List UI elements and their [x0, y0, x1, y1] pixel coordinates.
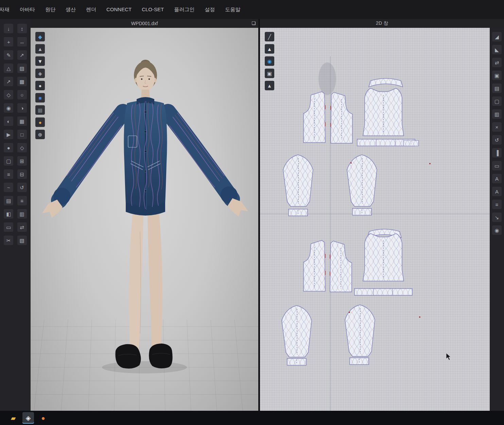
menu-item-avatar[interactable]: 아바타: [15, 0, 40, 19]
pattern-piece-front-left-top[interactable]: [303, 92, 325, 143]
rows-tool-icon[interactable]: ▥: [17, 209, 27, 219]
pattern-piece-back-bottom[interactable]: [363, 234, 404, 281]
transform-tool-icon[interactable]: +: [4, 37, 13, 47]
menu-item-closet[interactable]: CLO-SET: [137, 0, 169, 19]
pattern-piece-cuff-left-bottom[interactable]: [287, 358, 306, 365]
pattern-3d-icon[interactable]: ◧: [4, 209, 13, 219]
puckering-tool-icon[interactable]: ▤: [4, 196, 13, 205]
window3d-titlebar[interactable]: WPD001.dxf: [31, 19, 258, 28]
avatar-add-icon[interactable]: ◉: [492, 225, 502, 235]
grid-tool-icon[interactable]: ▦: [17, 116, 27, 126]
pattern-2d-canvas[interactable]: [260, 28, 490, 411]
pattern-piece-sleeve-left-bottom[interactable]: [282, 306, 312, 357]
pattern-piece-collar-top[interactable]: [369, 78, 403, 87]
pattern-piece-cuff-right-bottom[interactable]: [350, 358, 369, 365]
free-sew-icon[interactable]: ◇: [4, 90, 13, 99]
lock-garment-icon[interactable]: ▲: [265, 81, 274, 90]
arrow-move-icon[interactable]: ↔: [17, 37, 27, 47]
menu-item-fabric[interactable]: 원단: [40, 0, 60, 19]
topstitch-tool-icon[interactable]: ~: [4, 183, 13, 192]
scissors-tool-icon[interactable]: ✂: [4, 236, 13, 245]
avatar-editor-icon[interactable]: ●: [35, 117, 45, 127]
menu-item-production[interactable]: 생산: [60, 0, 81, 19]
text-large-icon[interactable]: A: [492, 174, 502, 183]
menu-item-plugin[interactable]: 플러그인: [169, 0, 199, 19]
diamond-tool-icon[interactable]: ◇: [17, 143, 27, 152]
button-tool-icon[interactable]: ●: [4, 143, 13, 152]
pattern-hatch-icon[interactable]: ▨: [17, 63, 27, 73]
menu-item-settings[interactable]: 설정: [199, 0, 220, 19]
show-shirt-icon[interactable]: ▼: [35, 56, 45, 66]
rotate-ccw-icon[interactable]: ↺: [492, 135, 502, 145]
window2d-titlebar[interactable]: 2D 창: [260, 19, 504, 28]
pattern-piece-back-top[interactable]: [363, 88, 404, 136]
show-avatar-icon[interactable]: ●: [35, 81, 45, 90]
pattern-piece-hem-band-bottom[interactable]: [354, 289, 412, 295]
world-globe-icon[interactable]: ⊕: [35, 130, 45, 139]
render-monitor-icon[interactable]: ▦: [35, 105, 45, 115]
dashed-frame-icon[interactable]: ▢: [492, 96, 502, 106]
list-tool-icon[interactable]: ≡: [17, 196, 27, 205]
side-panel-icon[interactable]: ▐: [492, 148, 502, 158]
flip-horizontal-icon[interactable]: ⇄: [492, 58, 502, 67]
menu-item-help[interactable]: 도움말: [220, 0, 245, 19]
view-cube-icon[interactable]: ◆: [35, 32, 45, 41]
clo3d-app-icon[interactable]: ◈: [22, 412, 34, 424]
pattern-piece-band-short-top[interactable]: [403, 141, 419, 146]
circle-tool-icon[interactable]: ○: [17, 90, 27, 99]
edit-curve-icon[interactable]: ╱: [265, 32, 274, 41]
menu-item-render[interactable]: 렌더: [81, 0, 101, 19]
sewing-tool-icon[interactable]: △: [4, 63, 13, 73]
copy-panel-icon[interactable]: ▣: [265, 69, 274, 78]
solid-square-icon[interactable]: ▣: [492, 71, 502, 80]
viewport-3d[interactable]: ◆▲▼◈●■▦●⊕: [31, 28, 258, 411]
add-panel-icon[interactable]: ⊞: [17, 156, 27, 166]
menu-item-connect[interactable]: CONNECT: [101, 0, 137, 19]
layers-icon[interactable]: ▤: [492, 84, 502, 93]
edit-pattern-icon[interactable]: ✎: [4, 50, 13, 60]
file-explorer-icon[interactable]: ▰: [7, 412, 19, 424]
blender-app-icon[interactable]: ●: [37, 412, 49, 424]
segment-sew-icon[interactable]: ↗: [4, 77, 13, 86]
flip-tool-icon[interactable]: ⇄: [17, 222, 27, 232]
avatar-3d[interactable]: [42, 60, 248, 369]
clipboard-icon[interactable]: ▥: [492, 109, 502, 119]
pattern-piece-cuff-left-top[interactable]: [289, 209, 308, 216]
pattern-piece-front-right-top[interactable]: [331, 92, 352, 143]
avatar-3d-canvas[interactable]: [31, 28, 258, 411]
restore-window-icon[interactable]: [252, 21, 256, 25]
show-garment-2d-icon[interactable]: ▲: [265, 44, 274, 54]
pen-tool-icon[interactable]: ↗: [17, 50, 27, 60]
pattern-piece-front-left-bottom[interactable]: [303, 240, 325, 291]
texture-fill-icon[interactable]: ▩: [17, 77, 27, 86]
show-garment-icon[interactable]: ▲: [35, 44, 45, 54]
ruler-icon[interactable]: ▭: [492, 161, 502, 170]
text-small-icon[interactable]: A: [492, 187, 502, 196]
delete-cross-icon[interactable]: ×: [492, 122, 502, 132]
viewport-2d[interactable]: ╱▲◉▣▲: [260, 28, 490, 411]
avatar-pose-icon[interactable]: ↕: [17, 24, 27, 33]
pin-tool-icon[interactable]: ◉: [4, 103, 13, 113]
buttonhole-tool-icon[interactable]: ▢: [4, 156, 13, 166]
measure-tape-icon[interactable]: ▭: [4, 222, 13, 232]
remove-panel-icon[interactable]: ⊟: [17, 169, 27, 179]
fabric-panel-icon[interactable]: ■: [35, 93, 45, 103]
square-tool-icon[interactable]: □: [17, 130, 27, 139]
select-tool-icon[interactable]: ▶: [4, 130, 13, 139]
stack-tool-icon[interactable]: ▧: [17, 236, 27, 245]
diagonal-pen-icon[interactable]: ↘: [492, 212, 502, 222]
pattern-piece-cuff-right-top[interactable]: [352, 208, 371, 215]
rotate-ccw-icon[interactable]: ↺: [17, 183, 27, 192]
info-icon[interactable]: ◉: [265, 56, 274, 66]
corner-resize-icon[interactable]: ◢: [492, 32, 502, 41]
import-icon[interactable]: ↓: [4, 24, 13, 33]
pattern-piece-front-right-bottom[interactable]: [330, 241, 352, 292]
pattern-piece-sleeve-left-top[interactable]: [283, 155, 313, 206]
fold-arrangement-icon[interactable]: ◐: [4, 116, 13, 126]
menu-item-material[interactable]: 자재: [0, 0, 15, 19]
list-panel-icon[interactable]: ≡: [492, 200, 502, 209]
halftone-tool-icon[interactable]: ◑: [17, 103, 27, 113]
angle-measure-icon[interactable]: ◣: [492, 45, 502, 54]
zipper-tool-icon[interactable]: ≡: [4, 169, 13, 179]
show-seams-icon[interactable]: ◈: [35, 69, 45, 78]
